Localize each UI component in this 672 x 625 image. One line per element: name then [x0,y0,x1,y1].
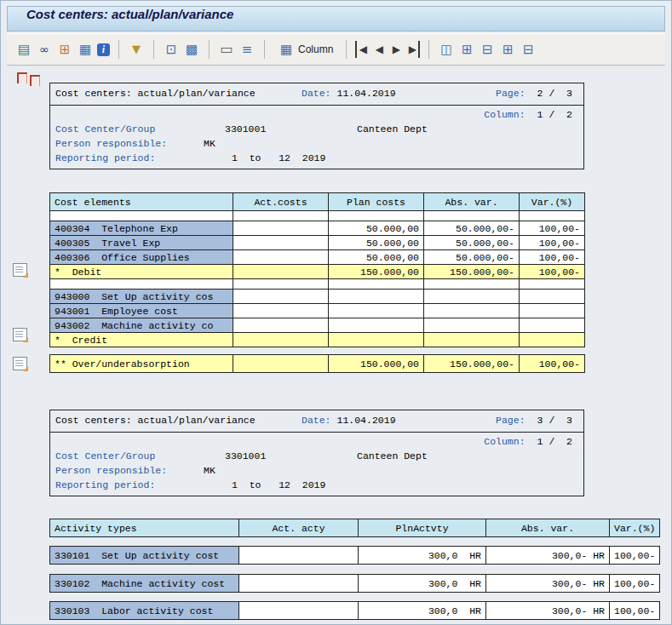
act-costs-cell[interactable] [233,236,329,250]
call-report-icon[interactable] [13,328,27,341]
col-header-act-acty[interactable]: Act. acty [239,519,359,537]
total-label-cell[interactable]: * Credit [50,333,233,347]
act-costs-cell[interactable] [233,265,329,279]
abs-var-cell[interactable] [424,290,520,304]
abs-var-cell[interactable]: 150.000,00- [424,355,520,373]
plan-costs-cell[interactable] [329,211,424,221]
var-pct-cell[interactable] [520,279,585,290]
act-costs-cell[interactable] [233,250,329,265]
plan-costs-cell[interactable]: 50.000,00 [329,236,424,250]
collapse-icon[interactable]: ⊟ [479,41,496,58]
cost-element-cell[interactable]: 330102 Machine activity cost [50,575,239,593]
cost-element-cell[interactable]: 943002 Machine activity co [50,318,233,333]
plan-costs-cell[interactable]: 300,0 HR [359,547,486,565]
plan-costs-cell[interactable]: 150.000,00 [329,265,424,279]
var-pct-cell[interactable] [520,318,585,333]
print-icon[interactable]: ▭ [218,41,235,58]
previous-page-button[interactable]: ◀ [372,41,386,58]
act-costs-cell[interactable] [233,333,329,347]
var-pct-cell[interactable]: 100,00- [520,221,585,236]
abs-var-cell[interactable]: 300,0- HR [486,602,610,620]
cost-element-cell[interactable]: 330103 Labor activity cost [50,602,239,620]
column-button[interactable]: ▦ Column [273,39,337,60]
plan-costs-cell[interactable]: 50.000,00 [329,221,424,236]
col-header-act-costs[interactable]: Act.costs [233,193,329,211]
first-page-button[interactable]: ◀ [355,41,369,58]
hierarchy-icon[interactable]: ⊞ [56,41,73,58]
cost-element-cell[interactable]: 400306 Office Supplies [50,250,233,265]
abs-var-cell[interactable] [424,279,520,290]
col-header-var-pct[interactable]: Var.(%) [520,193,585,211]
act-costs-cell[interactable] [233,221,329,236]
var-pct-cell[interactable]: 100,00- [610,547,660,565]
collapse-all-icon[interactable]: ⊟ [520,41,537,58]
abs-var-cell[interactable]: 50.000,00- [424,221,520,236]
act-costs-cell[interactable] [233,290,329,304]
act-costs-cell[interactable] [233,211,329,221]
expand-icon[interactable]: ⊞ [458,41,475,58]
var-pct-cell[interactable]: 100,00- [520,250,585,265]
select-block-icon[interactable]: ⊡ [163,41,180,58]
abs-var-cell[interactable]: 50.000,00- [424,250,520,265]
abs-var-cell[interactable] [424,304,520,318]
abs-var-cell[interactable] [424,333,520,347]
abs-var-cell[interactable] [424,211,520,221]
plan-costs-cell[interactable] [329,333,424,347]
act-costs-cell[interactable] [233,304,329,318]
act-costs-cell[interactable] [239,547,359,565]
select-block-end-icon[interactable] [30,75,40,86]
blank-cell[interactable] [50,279,233,290]
glasses-icon[interactable]: ∞ [36,41,53,58]
var-pct-cell[interactable] [520,304,585,318]
abs-var-cell[interactable]: 50.000,00- [424,236,520,250]
var-pct-cell[interactable]: 100,00- [520,355,585,373]
col-header-activity-types[interactable]: Activity types [50,519,239,537]
overview-icon[interactable]: ▤ [15,41,32,58]
expand-all-icon[interactable]: ⊞ [499,41,516,58]
var-pct-cell[interactable]: 100,00- [610,575,660,593]
info-icon[interactable]: i [97,43,110,56]
layout-icon[interactable]: ◫ [438,41,455,58]
plan-costs-cell[interactable] [329,318,424,333]
col-header-abs-var[interactable]: Abs. var. [424,193,520,211]
total-label-cell[interactable]: * Debit [50,265,233,279]
select-block-begin-icon[interactable] [17,72,27,83]
var-pct-cell[interactable] [520,333,585,347]
act-costs-cell[interactable] [239,602,359,620]
abs-var-cell[interactable]: 300,0- HR [486,575,610,593]
plan-costs-cell[interactable]: 300,0 HR [359,602,486,620]
var-pct-cell[interactable] [520,211,585,221]
plan-costs-cell[interactable] [329,304,424,318]
col-header-cost-elements[interactable]: Cost elements [50,193,233,211]
act-costs-cell[interactable] [239,575,359,593]
var-pct-cell[interactable] [520,290,585,304]
call-report-icon[interactable] [13,263,27,277]
filter-icon[interactable]: ▼ [128,41,145,58]
next-page-button[interactable]: ▶ [389,41,403,58]
col-header-pln-actvty[interactable]: PlnActvty [359,519,486,537]
total-label-cell[interactable]: ** Over/underabsorption [50,355,233,373]
var-pct-cell[interactable]: 100,00- [520,236,585,250]
col-header-plan-costs[interactable]: Plan costs [329,193,424,211]
table-view-icon[interactable]: ▩ [183,41,200,58]
plan-costs-cell[interactable] [329,279,424,290]
act-costs-cell[interactable] [233,279,329,290]
plan-costs-cell[interactable]: 300,0 HR [359,575,486,593]
plan-costs-cell[interactable]: 150.000,00 [329,355,424,373]
cost-element-cell[interactable]: 400304 Telephone Exp [50,221,233,236]
col-header-var-pct[interactable]: Var.(%) [610,519,660,537]
act-costs-cell[interactable] [233,355,329,373]
abs-var-cell[interactable]: 300,0- HR [486,547,610,565]
cost-element-cell[interactable]: 943001 Employee cost [50,304,233,318]
var-pct-cell[interactable]: 100,00- [610,602,660,620]
cost-element-cell[interactable]: 330101 Set Up activity cost [50,547,239,565]
abs-var-cell[interactable] [424,318,520,333]
act-costs-cell[interactable] [233,318,329,333]
last-page-button[interactable]: ▶ [406,41,420,58]
plan-costs-cell[interactable] [329,290,424,304]
col-header-abs-var[interactable]: Abs. var. [486,519,610,537]
cost-element-cell[interactable]: 400305 Travel Exp [50,236,233,250]
detail-table-icon[interactable]: ▦ [77,41,94,58]
cost-element-cell[interactable]: 943000 Set Up activity cos [50,290,233,304]
blank-cell[interactable] [50,211,233,221]
